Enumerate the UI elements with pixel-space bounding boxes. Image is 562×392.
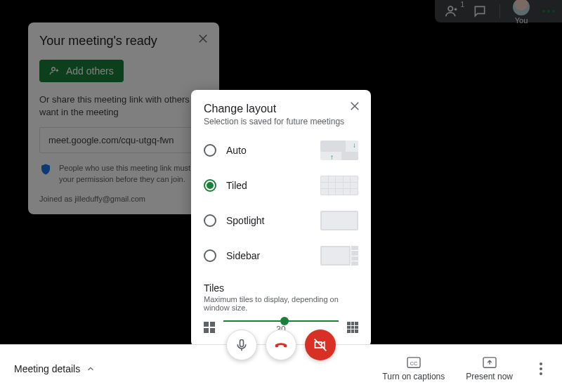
call-controls bbox=[226, 329, 336, 360]
layout-label-auto: Auto bbox=[226, 145, 320, 156]
svg-rect-2 bbox=[240, 340, 244, 347]
layout-label-spotlight: Spotlight bbox=[226, 215, 320, 226]
mic-button[interactable] bbox=[226, 329, 257, 360]
thumb-auto-icon: ↓↑ bbox=[320, 141, 358, 160]
thumb-tiled-icon bbox=[320, 176, 358, 195]
thumb-sidebar-icon bbox=[320, 246, 358, 266]
cc-icon: CC bbox=[406, 356, 422, 369]
mic-icon bbox=[235, 338, 249, 352]
layout-option-sidebar[interactable]: Sidebar bbox=[204, 246, 358, 266]
tiles-section: Tiles Maximum tiles to display, dependin… bbox=[204, 282, 358, 334]
close-modal-button[interactable] bbox=[348, 100, 361, 112]
captions-button[interactable]: CC Turn on captions bbox=[382, 356, 445, 381]
change-layout-modal: Change layout Selection is saved for fut… bbox=[191, 90, 371, 347]
meeting-details-label: Meeting details bbox=[14, 363, 80, 374]
layout-option-tiled[interactable]: Tiled bbox=[204, 176, 358, 195]
tiles-desc: Maximum tiles to display, depending on w… bbox=[204, 295, 358, 312]
captions-label: Turn on captions bbox=[382, 372, 445, 381]
tiles-heading: Tiles bbox=[204, 282, 358, 294]
layout-label-sidebar: Sidebar bbox=[226, 250, 320, 261]
bottom-bar: Meeting details CC Turn on captions Pres… bbox=[0, 344, 562, 392]
grid-small-icon bbox=[204, 322, 215, 333]
meeting-details-button[interactable]: Meeting details bbox=[14, 363, 96, 374]
bottom-right-actions: CC Turn on captions Present now bbox=[382, 356, 548, 381]
camera-off-icon bbox=[313, 338, 327, 352]
phone-hangup-icon bbox=[273, 337, 289, 353]
layout-label-tiled: Tiled bbox=[226, 180, 320, 191]
modal-subtitle: Selection is saved for future meetings bbox=[204, 117, 358, 126]
radio-spotlight bbox=[204, 214, 216, 227]
more-options-button[interactable] bbox=[534, 357, 548, 381]
grid-large-icon bbox=[347, 322, 358, 333]
radio-auto bbox=[204, 144, 216, 157]
chevron-up-icon bbox=[86, 364, 96, 374]
layout-option-auto[interactable]: Auto ↓↑ bbox=[204, 141, 358, 160]
radio-tiled bbox=[204, 179, 216, 192]
present-label: Present now bbox=[466, 372, 513, 381]
hangup-button[interactable] bbox=[266, 329, 296, 360]
thumb-spotlight-icon bbox=[320, 211, 358, 230]
present-icon bbox=[482, 356, 497, 369]
modal-title: Change layout bbox=[204, 103, 358, 115]
layout-options: Auto ↓↑ Tiled Spotlight Sidebar bbox=[204, 141, 358, 266]
svg-text:CC: CC bbox=[410, 360, 417, 366]
layout-option-spotlight[interactable]: Spotlight bbox=[204, 211, 358, 230]
camera-button[interactable] bbox=[305, 329, 336, 360]
radio-sidebar bbox=[204, 249, 216, 262]
present-button[interactable]: Present now bbox=[466, 356, 513, 381]
